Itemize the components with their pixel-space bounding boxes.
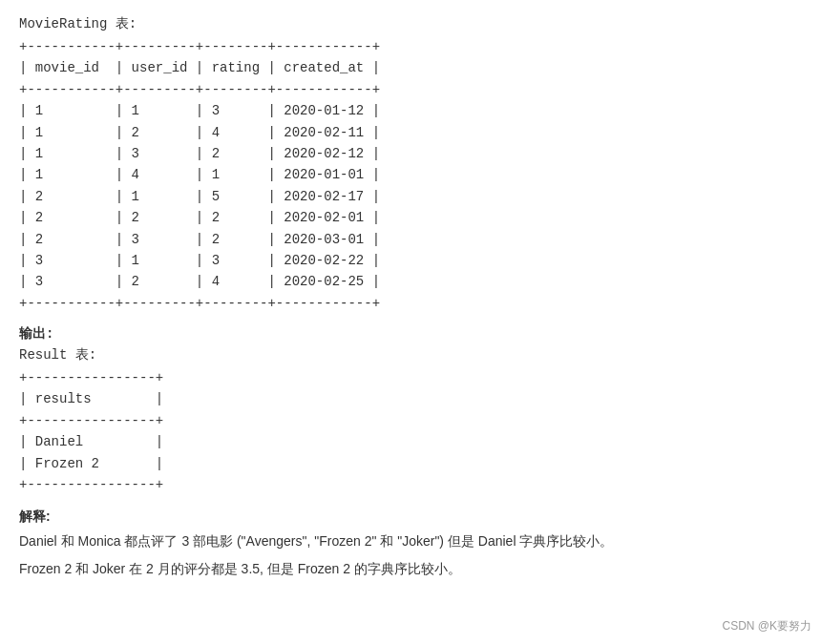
output-section: 输出: Result 表: +----------------+| result… xyxy=(19,325,802,495)
output-bold-label: 输出: xyxy=(19,325,802,343)
table-line: | 1 | 4 | 1 | 2020-01-01 | xyxy=(19,164,802,185)
table-line: +----------------+ xyxy=(19,367,802,388)
table-line: | 3 | 1 | 3 | 2020-02-22 | xyxy=(19,250,802,271)
input-table-label: MovieRating 表: xyxy=(19,15,802,32)
watermark: CSDN @K要努力 xyxy=(722,618,811,634)
table-line: | Frozen 2 | xyxy=(19,453,802,474)
table-line: | 2 | 3 | 2 | 2020-03-01 | xyxy=(19,229,802,250)
table-line: | 1 | 2 | 4 | 2020-02-11 | xyxy=(19,122,802,143)
explanation-line: Daniel 和 Monica 都点评了 3 部电影 ("Avengers", … xyxy=(19,530,802,553)
explanation-section: 解释: Daniel 和 Monica 都点评了 3 部电影 ("Avenger… xyxy=(19,505,802,581)
table-line: | 1 | 3 | 2 | 2020-02-12 | xyxy=(19,143,802,164)
table-line: | results | xyxy=(19,388,802,409)
table-line: +----------------+ xyxy=(19,410,802,431)
table-line: | 3 | 2 | 4 | 2020-02-25 | xyxy=(19,271,802,292)
table-line: | 2 | 1 | 5 | 2020-02-17 | xyxy=(19,186,802,207)
table-line: | 2 | 2 | 2 | 2020-02-01 | xyxy=(19,207,802,228)
table-line: +-----------+---------+--------+--------… xyxy=(19,36,802,57)
table-line: | Daniel | xyxy=(19,431,802,452)
table-line: | movie_id | user_id | rating | created_… xyxy=(19,57,802,78)
input-table: +-----------+---------+--------+--------… xyxy=(19,36,802,314)
table-line: +-----------+---------+--------+--------… xyxy=(19,79,802,100)
table-line: +----------------+ xyxy=(19,474,802,495)
table-line: | 1 | 1 | 3 | 2020-01-12 | xyxy=(19,100,802,121)
explanation-lines: Daniel 和 Monica 都点评了 3 部电影 ("Avengers", … xyxy=(19,530,802,581)
output-table: +----------------+| results |+----------… xyxy=(19,367,802,495)
output-table-label: Result 表: xyxy=(19,346,802,364)
table-line: +-----------+---------+--------+--------… xyxy=(19,293,802,314)
explanation-bold-label: 解释: xyxy=(19,505,802,529)
explanation-line: Frozen 2 和 Joker 在 2 月的评分都是 3.5, 但是 Froz… xyxy=(19,557,802,581)
